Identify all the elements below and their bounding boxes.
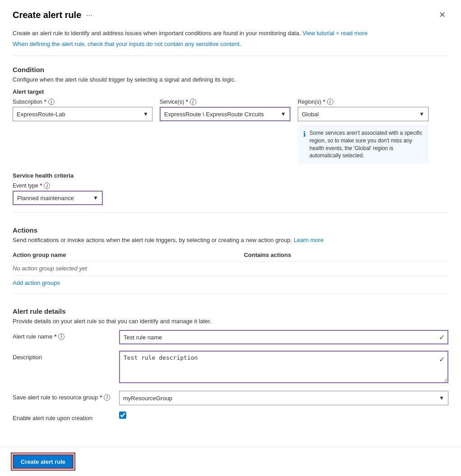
services-required: *: [186, 99, 188, 105]
regions-required: *: [323, 99, 325, 105]
resource-group-label: Save alert rule to resource group * i: [13, 391, 112, 401]
intro-text: Create an alert rule to identify and add…: [13, 29, 448, 38]
actions-subtitle: Send notifications or invoke actions whe…: [13, 237, 448, 243]
regions-group: Region(s) * i Global ▼ ℹ Some services a…: [298, 99, 429, 164]
rule-name-label: Alert rule name * i: [13, 330, 112, 340]
services-label: Service(s) * i: [160, 99, 290, 105]
resource-group-required: *: [100, 394, 102, 401]
sensitive-content-text: When defining the alert rule, check that…: [13, 41, 241, 47]
rule-name-label-text: Alert rule name: [13, 333, 52, 340]
close-button[interactable]: ✕: [436, 9, 448, 21]
description-label: Description: [13, 351, 112, 361]
rule-name-input[interactable]: [119, 330, 448, 344]
resource-group-row: Save alert rule to resource group * i my…: [13, 391, 448, 405]
regions-label-text: Region(s): [298, 99, 321, 105]
service-health-section: Service health criteria Event type * i P…: [13, 172, 448, 205]
services-group: Service(s) * i ExpressRoute \ ExpressRou…: [160, 99, 290, 121]
rule-name-checkmark-icon: ✓: [439, 333, 445, 342]
panel-header: Create alert rule ··· ✕: [13, 9, 448, 21]
alert-rule-details-section: Alert rule details Provide details on yo…: [13, 307, 448, 421]
more-options-icon[interactable]: ···: [86, 10, 92, 20]
description-row: Description Test rule description ✓: [13, 351, 448, 384]
enable-checkbox[interactable]: [119, 412, 126, 419]
description-checkmark-icon: ✓: [439, 355, 445, 364]
actions-section: Actions Send notifications or invoke act…: [13, 226, 448, 286]
resource-group-info-icon[interactable]: i: [104, 394, 110, 401]
condition-title: Condition: [13, 66, 448, 73]
footer: Create alert rule: [0, 447, 461, 476]
services-label-text: Service(s): [160, 99, 184, 105]
divider-2: [13, 212, 448, 213]
event-type-arrow-icon: ▼: [93, 195, 98, 201]
info-box-icon: ℹ: [303, 130, 306, 160]
event-type-required: *: [40, 183, 42, 189]
divider-3: [13, 293, 448, 294]
dropdowns-row: Subscription * i ExpressRoute-Lab ▼ Serv…: [13, 99, 448, 164]
subscription-info-icon[interactable]: i: [48, 99, 55, 105]
subscription-value: ExpressRoute-Lab: [17, 111, 65, 118]
rule-name-input-wrap: ✓: [119, 330, 448, 344]
rule-name-info-icon[interactable]: i: [58, 334, 65, 340]
description-label-text: Description: [13, 354, 42, 361]
rule-name-row: Alert rule name * i ✓: [13, 330, 448, 344]
actions-subtitle-text: Send notifications or invoke actions whe…: [13, 237, 292, 243]
view-tutorial-link[interactable]: View tutorial + read more: [302, 30, 368, 37]
regions-arrow-icon: ▼: [419, 111, 424, 117]
subscription-label: Subscription * i: [13, 99, 152, 105]
learn-more-link[interactable]: Learn more: [294, 237, 323, 243]
title-row: Create alert rule ···: [13, 10, 92, 20]
alert-rule-details-subtitle: Provide details on your alert rule so th…: [13, 318, 448, 325]
enable-input-wrap: [119, 412, 448, 419]
add-action-groups-link[interactable]: Add action groups: [13, 279, 60, 286]
regions-value: Global: [302, 111, 319, 118]
services-info-icon[interactable]: i: [190, 99, 196, 105]
divider-1: [13, 55, 448, 56]
event-type-info-icon[interactable]: i: [44, 183, 50, 189]
condition-subtitle: Configure when the alert rule should tri…: [13, 76, 448, 83]
regions-info-box: ℹ Some services aren't associated with a…: [298, 125, 429, 164]
regions-label: Region(s) * i: [298, 99, 429, 105]
resource-group-arrow-icon: ▼: [439, 395, 444, 401]
actions-title: Actions: [13, 226, 448, 234]
enable-label-text: Enable alert rule upon creation: [13, 415, 92, 421]
alert-rule-details-title: Alert rule details: [13, 307, 448, 315]
resource-group-dropdown[interactable]: myResourceGroup ▼: [119, 391, 448, 405]
condition-section: Condition Configure when the alert rule …: [13, 66, 448, 205]
subscription-group: Subscription * i ExpressRoute-Lab ▼: [13, 99, 152, 121]
services-arrow-icon: ▼: [281, 111, 286, 117]
info-box-text: Some services aren't associated with a s…: [309, 129, 423, 160]
col-action-group-name: Action group name: [13, 249, 244, 261]
description-textarea-wrap: Test rule description ✓: [119, 351, 448, 384]
panel-title: Create alert rule: [13, 10, 81, 20]
subscription-dropdown[interactable]: ExpressRoute-Lab ▼: [13, 107, 152, 121]
subscription-label-text: Subscription: [13, 99, 42, 105]
rule-name-text-input-wrap: ✓: [119, 330, 448, 344]
create-alert-rule-panel: Create alert rule ··· ✕ Create an alert …: [0, 0, 461, 476]
col-contains-actions: Contains actions: [244, 249, 448, 261]
subscription-required: *: [44, 99, 46, 105]
enable-row: Enable alert rule upon creation: [13, 412, 448, 421]
alert-target-label: Alert target: [13, 88, 448, 95]
services-value: ExpressRoute \ ExpressRoute Circuits: [164, 111, 264, 118]
subscription-arrow-icon: ▼: [143, 111, 148, 117]
empty-row: No action group selected yet: [13, 261, 448, 276]
enable-label: Enable alert rule upon creation: [13, 412, 112, 421]
event-type-value: Planned maintenance: [17, 195, 74, 201]
description-input[interactable]: Test rule description: [119, 351, 448, 383]
services-dropdown[interactable]: ExpressRoute \ ExpressRoute Circuits ▼: [160, 107, 290, 121]
no-action-group-text: No action group selected yet: [13, 261, 448, 276]
rule-name-required: *: [54, 333, 56, 340]
regions-info-icon[interactable]: i: [327, 99, 333, 105]
event-type-dropdown[interactable]: Planned maintenance ▼: [13, 191, 103, 205]
sensitive-text: When defining the alert rule, check that…: [13, 40, 448, 49]
actions-table-header: Action group name Contains actions: [13, 249, 448, 261]
event-type-label: Event type * i: [13, 183, 448, 189]
resource-group-label-text: Save alert rule to resource group: [13, 394, 98, 401]
actions-table: Action group name Contains actions No ac…: [13, 249, 448, 276]
regions-dropdown[interactable]: Global ▼: [298, 107, 429, 121]
service-health-label: Service health criteria: [13, 172, 448, 179]
description-input-wrap: Test rule description ✓: [119, 351, 448, 384]
enable-checkbox-row: [119, 412, 448, 419]
intro-main-text: Create an alert rule to identify and add…: [13, 30, 301, 37]
create-alert-rule-button[interactable]: Create alert rule: [13, 454, 74, 469]
